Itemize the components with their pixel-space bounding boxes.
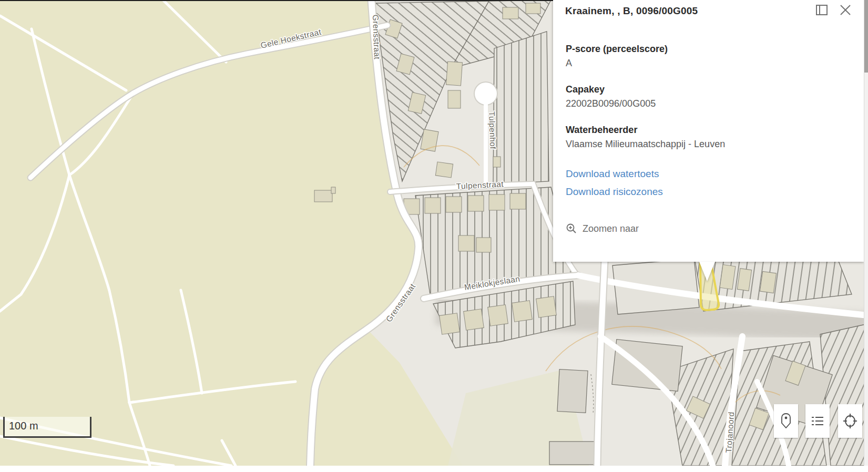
field-value-capakey: 22002B0096/00G005 xyxy=(566,97,851,110)
field-label-pscore: P-score (perceelscore) xyxy=(566,43,851,55)
feature-popup: Kraainem, , B, 0096/00G005 P xyxy=(553,0,864,262)
magnifier-plus-icon xyxy=(566,223,577,234)
field-label-capakey: Capakey xyxy=(566,84,851,95)
vertical-scrollbar[interactable] xyxy=(864,0,868,472)
dock-icon[interactable] xyxy=(815,4,828,16)
close-icon[interactable] xyxy=(839,3,852,17)
vertical-scrollbar-thumb[interactable] xyxy=(864,0,868,73)
field-value-waterbeheerder: Vlaamse Milieumaatschappij - Leuven xyxy=(566,138,851,150)
locate-tool-button[interactable] xyxy=(838,404,862,438)
crosshair-icon xyxy=(842,413,859,429)
street-label-tulpenhof: Tulpenhof xyxy=(487,111,498,150)
download-risicozones-link[interactable]: Download risicozones xyxy=(566,183,851,201)
popup-body: P-score (perceelscore) A Capakey 22002B0… xyxy=(553,43,864,201)
app-window: Gele Hoekstraat Grensstraat Tulpenhof Tu… xyxy=(0,0,868,472)
list-icon xyxy=(810,414,825,428)
zoom-to-button[interactable]: Zoomen naar xyxy=(553,223,651,234)
page-bottom-margin xyxy=(0,466,868,472)
field-label-waterbeheerder: Waterbeheerder xyxy=(566,124,851,136)
map-pin-icon xyxy=(779,413,793,429)
legend-tool-button[interactable] xyxy=(805,404,830,438)
popup-pointer xyxy=(699,262,715,281)
download-watertoets-link[interactable]: Download watertoets xyxy=(566,165,851,183)
popup-header: Kraainem, , B, 0096/00G005 xyxy=(553,0,864,17)
zoom-to-label: Zoomen naar xyxy=(583,223,639,234)
marker-tool-button[interactable] xyxy=(774,404,798,438)
scale-bar: 100 m xyxy=(3,417,91,438)
window-top-border xyxy=(0,0,553,1)
popup-title: Kraainem, , B, 0096/00G005 xyxy=(565,5,851,17)
scale-bar-label: 100 m xyxy=(5,417,90,432)
field-value-pscore: A xyxy=(566,57,851,69)
street-label-grensstraat-top: Grensstraat xyxy=(371,15,382,60)
